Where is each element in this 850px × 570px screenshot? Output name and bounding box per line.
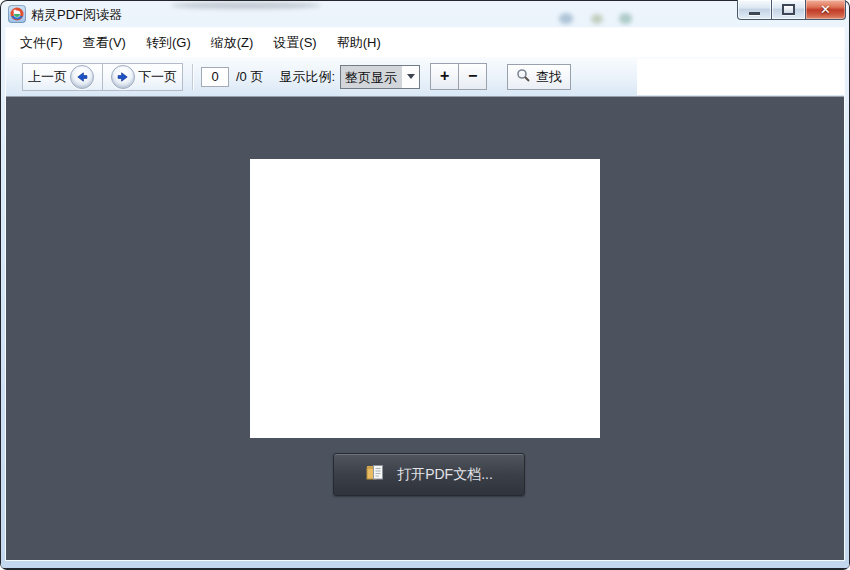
menu-view[interactable]: 查看(V) [77, 30, 132, 56]
next-page-label: 下一页 [138, 68, 177, 86]
previous-page-label: 上一页 [28, 68, 67, 86]
previous-page-button[interactable]: 上一页 [22, 63, 103, 91]
menu-goto[interactable]: 转到(G) [140, 30, 197, 56]
window-title: 精灵PDF阅读器 [31, 0, 122, 28]
magnifier-icon [516, 68, 531, 86]
titlebar[interactable]: 精灵PDF阅读器 ✕ [0, 0, 850, 28]
open-pdf-button[interactable]: 打开PDF文档... [333, 453, 525, 496]
page-total-label: /0 页 [236, 68, 263, 86]
menu-settings[interactable]: 设置(S) [267, 30, 322, 56]
blank-document-page [250, 159, 600, 438]
chevron-down-icon [402, 66, 419, 88]
find-label: 查找 [536, 68, 562, 86]
app-logo-icon [8, 5, 26, 23]
maximize-button[interactable] [771, 0, 806, 20]
menubar: 文件(F) 查看(V) 转到(G) 缩放(Z) 设置(S) 帮助(H) [6, 28, 844, 57]
zoom-mode-value: 整页显示 [341, 66, 402, 88]
find-button[interactable]: 查找 [507, 64, 571, 90]
close-button[interactable]: ✕ [805, 0, 846, 20]
app-window: 精灵PDF阅读器 ✕ 文件(F) 查看(V) 转到(G) 缩放(Z) 设置(S)… [0, 0, 850, 570]
menu-zoom[interactable]: 缩放(Z) [205, 30, 260, 56]
toolbar: 上一页 下一页 [6, 57, 844, 97]
zoom-in-button[interactable]: + [430, 63, 459, 90]
next-page-button[interactable]: 下一页 [102, 63, 183, 91]
zoom-buttons-group: + − [430, 63, 487, 90]
page-number-input[interactable] [201, 67, 229, 87]
document-viewport: 打开PDF文档... [6, 97, 844, 560]
toolbar-separator [192, 64, 193, 90]
maximize-icon [782, 4, 795, 15]
menu-help[interactable]: 帮助(H) [331, 30, 387, 56]
minimize-icon [749, 12, 760, 15]
open-folder-icon [365, 463, 386, 486]
window-controls: ✕ [737, 0, 846, 20]
window-content: 文件(F) 查看(V) 转到(G) 缩放(Z) 设置(S) 帮助(H) 上一页 [6, 28, 844, 560]
open-pdf-label: 打开PDF文档... [397, 466, 493, 484]
zoom-mode-select[interactable]: 整页显示 [340, 65, 420, 89]
menu-file[interactable]: 文件(F) [14, 30, 69, 56]
zoom-ratio-label: 显示比例: [279, 68, 335, 86]
close-icon: ✕ [820, 1, 831, 18]
search-input[interactable] [637, 59, 844, 95]
arrow-left-icon [70, 65, 94, 89]
page-nav-group: 上一页 下一页 [22, 63, 183, 91]
zoom-out-button[interactable]: − [458, 63, 487, 90]
minimize-button[interactable] [737, 0, 772, 20]
arrow-right-icon [111, 65, 135, 89]
